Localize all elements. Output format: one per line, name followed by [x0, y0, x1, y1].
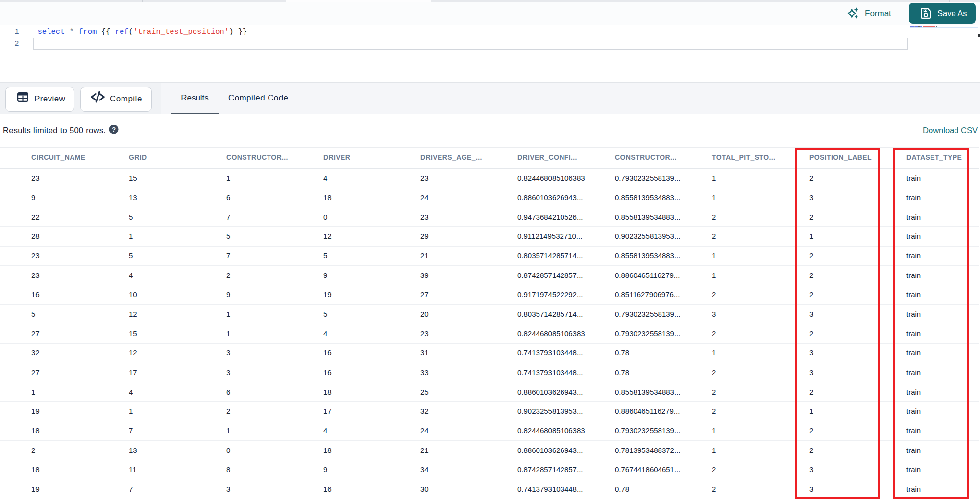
- svg-text:?: ?: [112, 126, 116, 133]
